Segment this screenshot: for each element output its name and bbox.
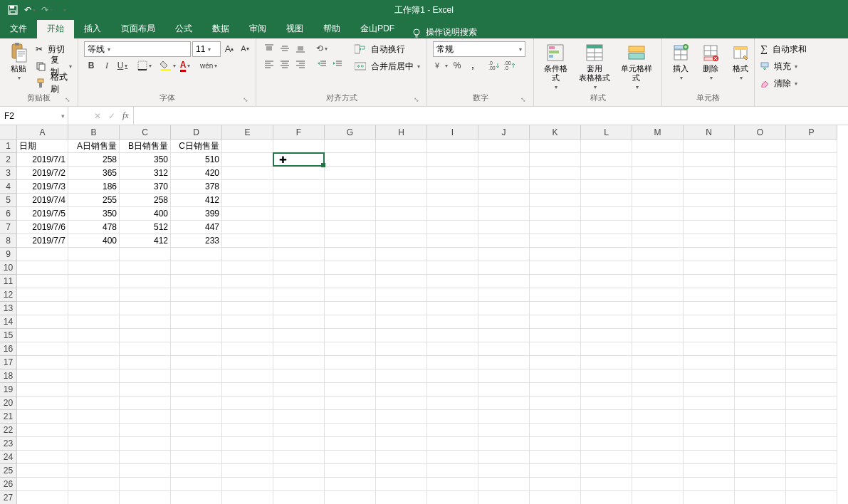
cell[interactable] [684, 207, 735, 221]
column-header[interactable]: B [68, 125, 120, 140]
cell[interactable] [17, 275, 68, 288]
cell[interactable] [273, 288, 325, 302]
cell[interactable] [325, 424, 376, 437]
cell[interactable] [68, 356, 120, 369]
cell[interactable]: 420 [171, 167, 222, 180]
cell[interactable] [632, 234, 684, 248]
cell[interactable]: 233 [171, 234, 222, 248]
cell[interactable] [684, 153, 735, 167]
cell[interactable] [478, 207, 530, 221]
cell[interactable] [222, 329, 273, 342]
cell[interactable] [684, 288, 735, 302]
cell[interactable] [222, 383, 273, 397]
cell[interactable] [325, 491, 376, 504]
cell[interactable] [786, 397, 837, 410]
cell[interactable] [120, 356, 171, 369]
cell[interactable] [684, 369, 735, 383]
cell[interactable] [581, 315, 632, 329]
dialog-launcher-icon[interactable]: ⤡ [412, 96, 421, 105]
conditional-format-button[interactable]: 条件格式▾ [540, 41, 572, 92]
cell[interactable] [273, 221, 325, 234]
cell[interactable] [735, 288, 786, 302]
cell[interactable] [273, 410, 325, 424]
cell[interactable] [632, 194, 684, 207]
cell[interactable] [581, 369, 632, 383]
cell[interactable] [735, 437, 786, 451]
cell[interactable]: 400 [120, 207, 171, 221]
cell[interactable] [171, 478, 222, 491]
cell[interactable] [684, 302, 735, 315]
cell[interactable] [427, 315, 478, 329]
row-header[interactable]: 10 [0, 261, 17, 275]
cell[interactable] [68, 383, 120, 397]
cell[interactable]: 2019/7/3 [17, 180, 68, 194]
cell[interactable] [786, 383, 837, 397]
cell[interactable] [786, 180, 837, 194]
cell[interactable] [735, 369, 786, 383]
redo-icon[interactable]: ↷▾ [40, 3, 54, 17]
cell[interactable] [273, 369, 325, 383]
cell[interactable] [427, 153, 478, 167]
cell[interactable] [68, 491, 120, 504]
cell[interactable] [171, 288, 222, 302]
cell[interactable] [325, 437, 376, 451]
decrease-indent-icon[interactable] [315, 57, 329, 71]
cell[interactable]: 2019/7/5 [17, 207, 68, 221]
cell[interactable] [786, 207, 837, 221]
row-header[interactable]: 18 [0, 369, 17, 383]
cell[interactable] [478, 342, 530, 356]
cell[interactable] [171, 342, 222, 356]
cell[interactable] [273, 180, 325, 194]
column-header[interactable]: M [632, 125, 684, 140]
cell[interactable] [325, 207, 376, 221]
cell[interactable] [68, 478, 120, 491]
cell[interactable] [786, 302, 837, 315]
cell[interactable] [735, 329, 786, 342]
cell[interactable] [530, 329, 581, 342]
cell[interactable]: 365 [68, 167, 120, 180]
row-header[interactable]: 19 [0, 383, 17, 397]
cell[interactable] [376, 342, 427, 356]
align-right-icon[interactable] [293, 57, 308, 71]
cell[interactable] [632, 424, 684, 437]
cell[interactable] [427, 451, 478, 464]
cell[interactable] [376, 194, 427, 207]
cell[interactable] [120, 248, 171, 261]
cell[interactable] [171, 261, 222, 275]
align-left-icon[interactable] [262, 57, 276, 71]
cell[interactable] [786, 410, 837, 424]
cell[interactable] [376, 424, 427, 437]
cell[interactable] [581, 437, 632, 451]
cell[interactable] [17, 451, 68, 464]
cell[interactable] [120, 491, 171, 504]
cell[interactable] [478, 356, 530, 369]
cell[interactable] [684, 437, 735, 451]
cell[interactable] [68, 248, 120, 261]
cell[interactable] [684, 234, 735, 248]
cell[interactable] [273, 140, 325, 153]
row-header[interactable]: 14 [0, 315, 17, 329]
align-bottom-icon[interactable] [293, 41, 308, 56]
cell[interactable] [325, 410, 376, 424]
cell[interactable] [273, 491, 325, 504]
cell[interactable] [735, 302, 786, 315]
cell[interactable] [17, 315, 68, 329]
tab-help[interactable]: 帮助 [313, 19, 350, 38]
column-header[interactable]: J [478, 125, 530, 140]
cell[interactable] [530, 288, 581, 302]
cell[interactable] [478, 153, 530, 167]
cell[interactable] [427, 356, 478, 369]
cell[interactable] [632, 302, 684, 315]
enter-icon[interactable]: ✓ [108, 111, 115, 121]
cell[interactable] [581, 140, 632, 153]
cell[interactable] [735, 234, 786, 248]
cell[interactable] [530, 410, 581, 424]
cell[interactable] [17, 302, 68, 315]
tell-me-search[interactable]: 操作说明搜索 [404, 26, 484, 38]
cell[interactable] [222, 397, 273, 410]
cell[interactable] [786, 491, 837, 504]
cell[interactable] [684, 275, 735, 288]
dialog-launcher-icon[interactable]: ⤡ [63, 96, 72, 105]
percent-format-icon[interactable]: % [450, 58, 464, 73]
merge-center-button[interactable]: 合并后居中▾ [355, 58, 420, 74]
